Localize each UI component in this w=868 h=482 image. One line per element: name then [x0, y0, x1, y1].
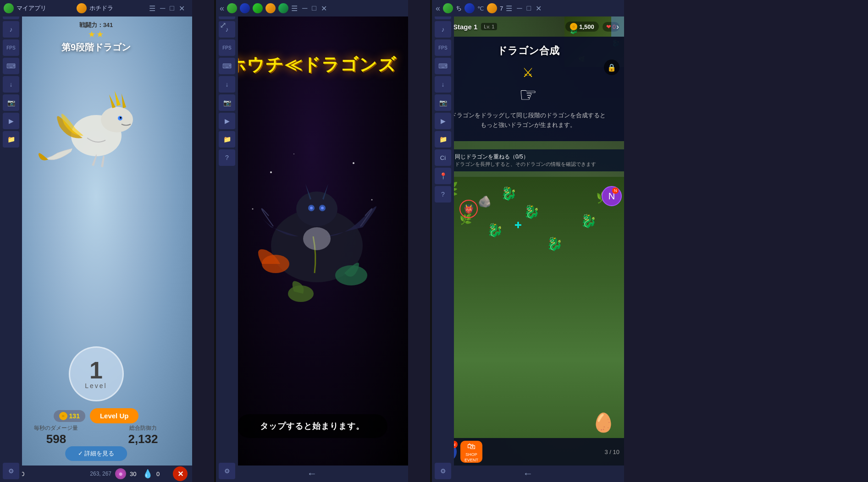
game-icon-2a	[253, 3, 263, 13]
tool-folder-2[interactable]: 📁	[219, 131, 235, 148]
close-icon-3[interactable]: ✕	[536, 4, 542, 13]
coords-1: 263, 267	[90, 471, 111, 477]
nav-back-3[interactable]: ←	[523, 468, 533, 480]
tool-question-3[interactable]: ?	[435, 186, 451, 203]
menu-icon-3[interactable]: ☰	[506, 4, 512, 13]
heart-icon: ❤	[606, 23, 611, 30]
back-nav-2[interactable]: «	[220, 4, 224, 13]
svg-point-21	[293, 153, 294, 154]
battle-power: 戦闘力：341	[0, 21, 192, 29]
panel2-bg: ⤢ ホウチ≪ドラゴンズ	[216, 16, 408, 466]
nav-icons-2: ☰ ─ □ ✕	[291, 4, 327, 13]
tool-folder-3[interactable]: 📁	[435, 131, 451, 148]
synthesis-overlay: ドラゴン合成 ⚔ ☞ ドラゴンをドラッグして同じ段階のドラゴンを合成すると もっ…	[432, 37, 624, 141]
game-title: ホウチ≪ドラゴンズ	[228, 53, 397, 77]
play-icon-3	[464, 3, 475, 13]
tool-record-3[interactable]: ▶	[435, 113, 451, 129]
close-btn-1[interactable]: ✕	[173, 466, 188, 481]
menu-icon-2[interactable]: ☰	[291, 4, 298, 13]
map-egg: 🥚	[592, 412, 615, 433]
minimize-icon-3[interactable]: ─	[517, 4, 522, 13]
hand-icon-container: ⚔ ☞	[510, 65, 547, 106]
tap-start-bar[interactable]: タップすると始まります。	[237, 414, 387, 438]
svg-point-19	[252, 208, 253, 210]
tool-camera-1[interactable]: 📷	[3, 94, 19, 111]
levelup-button[interactable]: Level Up	[90, 408, 139, 423]
tool-download-1[interactable]: ↓	[3, 76, 19, 93]
coin-hud-icon: ○	[570, 23, 577, 30]
app-icon-3	[443, 3, 453, 13]
map-dragon-2: 🐉	[524, 204, 540, 219]
menu-icon-1[interactable]: ☰	[149, 4, 155, 13]
tool-more-2[interactable]: ⚙	[219, 463, 235, 479]
tool-question-2[interactable]: ?	[219, 149, 235, 166]
tool-fps-2[interactable]: FPS	[219, 39, 235, 56]
tool-more-3[interactable]: ⚙	[435, 463, 451, 479]
back-nav-3[interactable]: «	[436, 4, 440, 13]
synthesis-desc: ドラゴンをドラッグして同じ段階のドラゴンを合成すると もっと強いドラゴンが生まれ…	[439, 111, 617, 130]
minimize-icon-1[interactable]: ─	[160, 4, 165, 13]
tool-camera-3[interactable]: 📷	[435, 94, 451, 111]
nav-back-2[interactable]: ←	[307, 468, 317, 480]
tool-record-1[interactable]: ▶	[3, 113, 19, 129]
close-icon-2[interactable]: ✕	[321, 4, 327, 13]
game-icon-2c	[278, 3, 288, 13]
svg-point-1	[101, 107, 133, 132]
arrow-right-hud[interactable]: ›	[611, 16, 624, 37]
bottom-bar-1: 🔥 0 263, 267 ⊕ 30 💧 0 ✕	[0, 466, 192, 482]
tool-keyboard-2[interactable]: ⌨	[219, 58, 235, 74]
nav-icons-1: ☰ ─ □ ✕	[149, 4, 185, 13]
tool-camera-2[interactable]: 📷	[219, 94, 235, 111]
synthesis-desc-1: ドラゴンをドラッグして同じ段階のドラゴンを合成すると	[439, 111, 617, 120]
lv-badge: Lv. 1	[481, 23, 497, 30]
maximize-icon-3[interactable]: □	[527, 4, 531, 13]
dragon-svg	[32, 67, 160, 186]
tab-char-3: ℃	[477, 5, 484, 12]
dmg-value: 598	[34, 432, 78, 446]
bottom-count-1: 0	[21, 471, 30, 477]
tool-keyboard-3[interactable]: ⌨	[435, 58, 451, 74]
tool-record-2[interactable]: ▶	[219, 113, 235, 129]
shop-button[interactable]: 🛍 SHOP EVENT	[460, 441, 482, 463]
tool-fps-3[interactable]: FPS	[435, 39, 451, 56]
titlebar-1: マイアプリ ホチドラ ☰ ─ □ ✕	[0, 0, 192, 16]
tool-folder-1[interactable]: 📁	[3, 131, 19, 148]
game-map-area: 🌿 🌿 🌿 🐉 🐉 🐉 🐉 🐉 👹 ✛ N	[432, 177, 624, 438]
enemy-icon: 👹	[464, 204, 474, 214]
expand-icon-2[interactable]: ⤢	[220, 20, 227, 30]
maximize-icon-2[interactable]: □	[312, 4, 316, 13]
titlebar-3: « ち ℃ 7 ☰ ─ □ ✕	[432, 0, 624, 16]
tool-volume-3[interactable]: ♪	[435, 21, 451, 38]
coin-hud-val: 1,500	[579, 23, 594, 30]
tool-volume-1[interactable]: ♪	[3, 21, 19, 38]
coin-icon: ○	[59, 412, 67, 420]
quest-sub-text: ドラゴンを長押しすると、そのドラゴンの情報を確認できます	[455, 161, 596, 168]
quest-bar: ⚙ 同じドラゴンを重ねる（0/5） ドラゴンを長押しすると、そのドラゴンの情報を…	[432, 149, 624, 171]
levelup-row: ○ 131 Level Up	[54, 408, 139, 423]
game-content-2[interactable]: ⤢ ホウチ≪ドラゴンズ	[216, 16, 408, 466]
svg-point-13	[262, 255, 289, 273]
panel-3: « ち ℃ 7 ☰ ─ □ ✕ ▼ Stage 1 Lv. 1 ○ 1,500	[432, 0, 646, 482]
tool-download-2[interactable]: ↓	[219, 76, 235, 93]
synthesis-dragon-icon: ⚔	[522, 65, 534, 80]
svg-point-6	[120, 117, 122, 119]
panel-2: « ☰ ─ □ ✕ ⤢ ホウチ≪ドラゴンズ	[216, 0, 430, 482]
tool-fps-1[interactable]: FPS	[3, 39, 19, 56]
map-dragon-5: 🐉	[547, 236, 563, 252]
tool-keyboard-1[interactable]: ⌨	[3, 58, 19, 74]
tool-more-1[interactable]: ⚙	[3, 463, 19, 479]
titlebar-2: « ☰ ─ □ ✕	[216, 0, 408, 16]
maximize-icon-1[interactable]: □	[170, 4, 174, 13]
close-icon-1[interactable]: ✕	[179, 4, 185, 13]
tool-ci-3[interactable]: Ci	[435, 149, 451, 166]
details-button[interactable]: ✓ 詳細を見る	[65, 446, 127, 461]
game-icon-1	[77, 3, 87, 13]
tool-download-3[interactable]: ↓	[435, 76, 451, 93]
tool-location-3[interactable]: 📍	[435, 168, 451, 184]
rock-1: 🪨	[478, 195, 492, 208]
panel-1: マイアプリ ホチドラ ☰ ─ □ ✕ 戦闘力：341 ★★ 第9段階ドラゴン	[0, 0, 214, 482]
dragon-scene	[216, 44, 408, 420]
dmg-stat: 毎秒のダメージ量 598	[34, 424, 78, 446]
minimize-icon-2[interactable]: ─	[302, 4, 307, 13]
event-icon-1: N N	[602, 186, 622, 206]
